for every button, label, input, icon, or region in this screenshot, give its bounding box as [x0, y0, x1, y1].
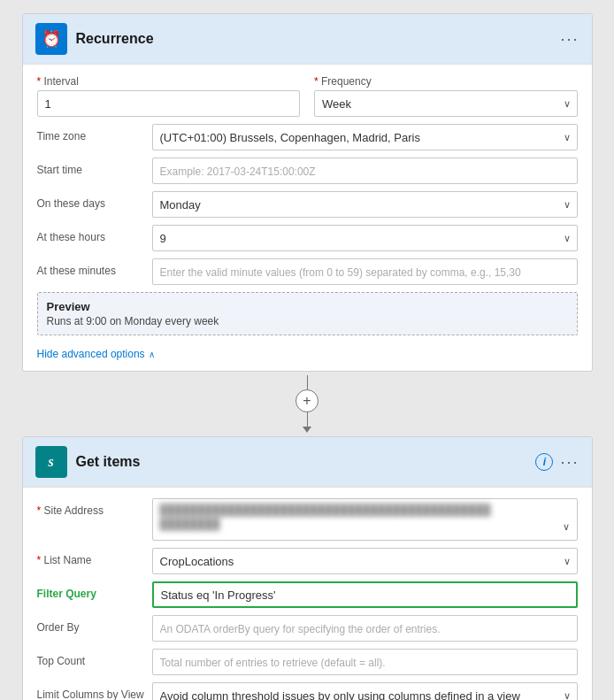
athours-select[interactable]: 9 — [152, 225, 578, 251]
get-items-title: Get items — [76, 454, 536, 470]
recurrence-card: ⏰ Recurrence ··· Interval Frequency Week… — [22, 13, 593, 372]
recurrence-menu: ··· — [560, 30, 579, 49]
ondays-label: On these days — [37, 191, 152, 210]
top-count-label: Top Count — [37, 649, 152, 667]
add-step-button-1[interactable]: + — [295, 389, 319, 412]
limit-columns-select-wrap: Avoid column threshold issues by only us… — [152, 682, 578, 700]
starttime-label: Start time — [37, 158, 152, 176]
order-by-wrap — [152, 615, 578, 642]
connector-1: + — [295, 372, 319, 436]
list-name-label: List Name — [37, 548, 152, 566]
order-by-input[interactable] — [152, 615, 578, 642]
sharepoint-icon: s — [35, 446, 67, 478]
ondays-select[interactable]: Monday — [152, 191, 578, 218]
get-items-more-icon[interactable]: ··· — [560, 453, 579, 472]
order-by-row: Order By — [37, 615, 578, 642]
filter-query-wrap — [152, 581, 578, 608]
atminutes-input[interactable] — [152, 258, 578, 285]
connector-line-top-1 — [307, 375, 308, 389]
atminutes-row: At these minutes — [37, 258, 578, 285]
athours-select-wrap: 9 ∨ — [152, 225, 578, 251]
site-address-wrap: ████████████████████████████████████████… — [152, 498, 578, 541]
interval-input[interactable] — [37, 90, 301, 117]
site-address-line2: ████████ — [160, 518, 570, 530]
recurrence-header: ⏰ Recurrence ··· — [23, 14, 592, 65]
timezone-select[interactable]: (UTC+01:00) Brussels, Copenhagen, Madrid… — [152, 124, 578, 150]
preview-text: Runs at 9:00 on Monday every week — [47, 315, 568, 327]
athours-label: At these hours — [37, 225, 152, 243]
get-items-body: Site Address ███████████████████████████… — [23, 488, 592, 700]
get-items-card: s Get items i ··· Site Address █████████… — [22, 436, 593, 700]
hide-advanced-recurrence-chevron-icon: ∧ — [149, 350, 155, 359]
site-address-row: Site Address ███████████████████████████… — [37, 498, 578, 541]
connector-arrow-1 — [303, 427, 311, 433]
limit-columns-label: Limit Columns by View — [37, 682, 152, 700]
filter-query-input[interactable] — [152, 581, 578, 608]
list-name-select[interactable]: CropLocations — [152, 548, 578, 574]
starttime-input[interactable] — [152, 158, 578, 184]
site-address-label: Site Address — [37, 498, 152, 517]
top-count-row: Top Count — [37, 649, 578, 675]
interval-frequency-row: Interval Frequency Week ∨ — [37, 75, 578, 117]
frequency-label: Frequency — [314, 75, 578, 88]
limit-columns-select[interactable]: Avoid column threshold issues by only us… — [152, 682, 578, 700]
recurrence-icon: ⏰ — [35, 23, 67, 55]
timezone-row: Time zone (UTC+01:00) Brussels, Copenhag… — [37, 124, 578, 150]
list-name-row: List Name CropLocations ∨ — [37, 548, 578, 574]
filter-query-label: Filter Query — [37, 581, 152, 600]
hide-advanced-recurrence-label: Hide advanced options — [37, 348, 145, 360]
interval-label: Interval — [37, 75, 301, 88]
top-count-wrap — [152, 649, 578, 675]
site-address-line1: ████████████████████████████████████████… — [160, 504, 570, 516]
plus-icon-1: + — [303, 393, 311, 409]
starttime-wrap — [152, 158, 578, 184]
timezone-label: Time zone — [37, 124, 152, 142]
starttime-row: Start time — [37, 158, 578, 184]
list-name-select-wrap: CropLocations ∨ — [152, 548, 578, 574]
frequency-select-wrap: Week ∨ — [314, 90, 578, 117]
get-items-header: s Get items i ··· — [23, 437, 592, 488]
filter-query-row: Filter Query — [37, 581, 578, 608]
interval-field-group: Interval — [37, 75, 301, 117]
athours-row: At these hours 9 ∨ — [37, 225, 578, 251]
hide-advanced-recurrence-button[interactable]: Hide advanced options ∧ — [37, 348, 155, 360]
info-icon[interactable]: i — [535, 453, 553, 471]
ondays-row: On these days Monday ∨ — [37, 191, 578, 218]
recurrence-title: Recurrence — [76, 31, 561, 47]
frequency-field-group: Frequency Week ∨ — [314, 75, 578, 117]
top-count-input[interactable] — [152, 649, 578, 675]
limit-columns-row: Limit Columns by View Avoid column thres… — [37, 682, 578, 700]
recurrence-more-icon[interactable]: ··· — [560, 30, 579, 49]
connector-line-bottom-1 — [307, 412, 308, 427]
ondays-select-wrap: Monday ∨ — [152, 191, 578, 218]
site-address-chevron-icon: ∨ — [563, 521, 570, 533]
get-items-menu: i ··· — [535, 453, 579, 472]
site-address-display[interactable]: ████████████████████████████████████████… — [152, 498, 578, 541]
order-by-label: Order By — [37, 615, 152, 634]
atminutes-wrap — [152, 258, 578, 285]
preview-title: Preview — [47, 300, 568, 313]
frequency-select[interactable]: Week — [314, 90, 578, 117]
timezone-select-wrap: (UTC+01:00) Brussels, Copenhagen, Madrid… — [152, 124, 578, 150]
preview-box: Preview Runs at 9:00 on Monday every wee… — [37, 292, 578, 335]
atminutes-label: At these minutes — [37, 258, 152, 277]
recurrence-body: Interval Frequency Week ∨ Time zone (UTC… — [23, 65, 592, 371]
